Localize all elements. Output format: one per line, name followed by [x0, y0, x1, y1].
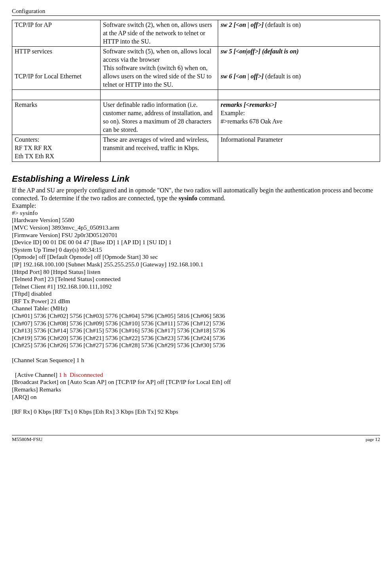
cell-empty	[100, 90, 218, 100]
active-channel-status: 1 h Disconnected	[59, 371, 103, 378]
intro-paragraph: If the AP and SU are properly configured…	[12, 186, 380, 202]
cell-desc: Software switch (5), when on, allows loc…	[100, 47, 218, 90]
param-line: RF TX RF RX	[15, 144, 98, 152]
table-row: Remarks User definable radio information…	[12, 100, 380, 135]
cell-cmd: remarks [<remarks>] Example: #>remarks 6…	[218, 100, 380, 135]
cell-param: Remarks	[12, 100, 101, 135]
param-line: TCP/IP for Local Ethernet	[15, 72, 98, 81]
cell-param: HTTP services TCP/IP for Local Ethernet	[12, 47, 101, 90]
cmd-bold: sw 6 [<on | off>]	[221, 73, 264, 80]
footer-page-num: 12	[375, 436, 380, 442]
cmd-line: sw 6 [<on | off>] (default is on)	[221, 72, 377, 81]
cell-desc: Software switch (2), when on, allows use…	[100, 20, 218, 47]
active-channel-label: [Active Channel]	[15, 371, 59, 378]
param-line: Counters:	[15, 136, 98, 144]
example-label: Example:	[12, 202, 380, 209]
footer-model: M5580M-FSU	[12, 436, 42, 443]
desc-line: This software switch (switch 6) when on,…	[103, 64, 215, 89]
table-row: TCP/IP for AP Software switch (2), when …	[12, 20, 380, 47]
cmd-line: Example:	[221, 109, 377, 118]
table-row: Counters: RF TX RF RX Eth TX Eth RX Thes…	[12, 135, 380, 162]
intro-text: command.	[197, 195, 225, 201]
cell-param: Counters: RF TX RF RX Eth TX Eth RX	[12, 135, 101, 162]
cmd-bold: remarks [<remarks>]	[221, 101, 377, 109]
param-line: HTTP services	[15, 48, 98, 56]
cell-cmd: sw 5 [<on|off>] (default is on) sw 6 [<o…	[218, 47, 380, 90]
active-channel-line: [Active Channel] 1 h Disconnected	[12, 364, 380, 378]
cell-empty	[12, 90, 101, 100]
sysinfo-output-2: [Broadcast Packet] on [Auto Scan AP] on …	[12, 378, 380, 415]
footer-page-label: page	[365, 437, 375, 442]
desc-line: Software switch (5), when on, allows loc…	[103, 48, 215, 64]
cell-desc: These are averages of wired and wireless…	[100, 135, 218, 162]
cell-param: TCP/IP for AP	[12, 20, 101, 47]
section-heading: Establishing a Wireless Link	[12, 174, 380, 184]
sysinfo-output: #> sysinfo [Hardware Version] 5580 [MVC …	[12, 209, 380, 364]
cmd-line: #>remarks 678 Oak Ave	[221, 118, 377, 126]
intro-bold: sysinfo	[179, 195, 197, 201]
table-row-empty	[12, 90, 380, 100]
param-line: Eth TX Eth RX	[15, 152, 98, 161]
cell-cmd: Informational Parameter	[218, 135, 380, 162]
cell-empty	[218, 90, 380, 100]
cmd-bold: sw 2 [<on | off>]	[221, 21, 264, 28]
table-row: HTTP services TCP/IP for Local Ethernet …	[12, 47, 380, 90]
page-header: Configuration	[12, 8, 380, 16]
cmd-rest: (default is on)	[264, 21, 301, 28]
footer-page: page 12	[365, 436, 380, 443]
cell-cmd: sw 2 [<on | off>] (default is on)	[218, 20, 380, 47]
page-footer: M5580M-FSU page 12	[12, 435, 380, 443]
config-table: TCP/IP for AP Software switch (2), when …	[12, 20, 380, 162]
cmd-bold: sw 5 [<on|off>] (default is on)	[221, 48, 377, 56]
cmd-rest: (default is on)	[264, 73, 301, 80]
cell-desc: User definable radio information (i.e. c…	[100, 100, 218, 135]
